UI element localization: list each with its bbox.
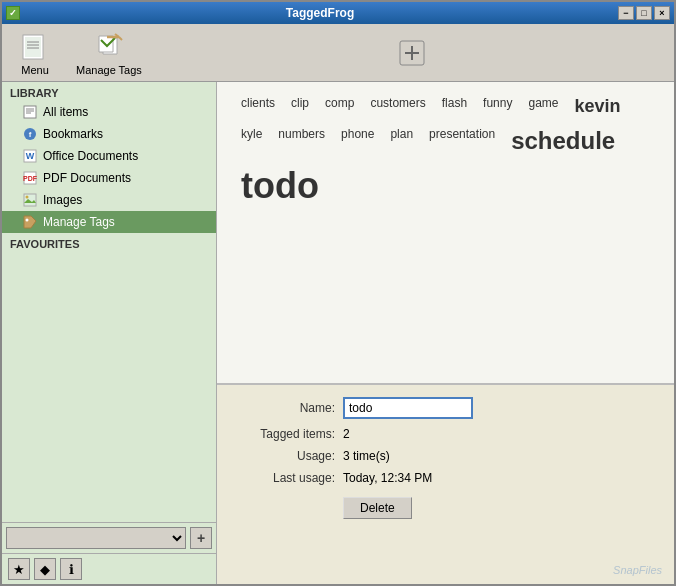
content-area: clientsclipcompcustomersflashfunnygameke… <box>217 82 674 584</box>
sidebar-item-bookmarks[interactable]: f Bookmarks <box>2 123 216 145</box>
svg-line-7 <box>119 37 122 40</box>
title-bar: ✓ TaggedFrog − □ × <box>2 2 674 24</box>
name-row: Name: <box>233 397 658 419</box>
tagged-items-label: Tagged items: <box>233 427 343 441</box>
tag-icon <box>22 214 38 230</box>
manage-tags-sidebar-label: Manage Tags <box>43 215 115 229</box>
menu-icon <box>19 30 51 62</box>
toolbar: Menu Manage Tags <box>2 24 674 82</box>
pdf-docs-label: PDF Documents <box>43 171 131 185</box>
word-icon: W <box>22 148 38 164</box>
sidebar-stars: ★ ◆ ℹ <box>2 553 216 584</box>
main-area: LIBRARY All items f <box>2 82 674 584</box>
tag-comp[interactable]: comp <box>317 94 362 119</box>
close-button[interactable]: × <box>654 6 670 20</box>
last-usage-row: Last usage: Today, 12:34 PM <box>233 471 658 485</box>
image-icon <box>22 192 38 208</box>
tag-game[interactable]: game <box>520 94 566 119</box>
office-docs-label: Office Documents <box>43 149 138 163</box>
sidebar-item-images[interactable]: Images <box>2 189 216 211</box>
all-items-label: All items <box>43 105 88 119</box>
maximize-button[interactable]: □ <box>636 6 652 20</box>
last-usage-value: Today, 12:34 PM <box>343 471 432 485</box>
svg-point-22 <box>26 196 29 199</box>
tag-customers[interactable]: customers <box>362 94 433 119</box>
detail-panel: Name: Tagged items: 2 Usage: 3 time(s) L… <box>217 384 674 584</box>
tag-phone[interactable]: phone <box>333 125 382 157</box>
usage-row: Usage: 3 time(s) <box>233 449 658 463</box>
svg-text:PDF: PDF <box>23 175 37 182</box>
manage-tags-label: Manage Tags <box>76 64 142 76</box>
name-label: Name: <box>233 401 343 415</box>
favourites-section-label: FAVOURITES <box>2 233 216 252</box>
tag-clients[interactable]: clients <box>233 94 283 119</box>
sidebar-item-office-docs[interactable]: W Office Documents <box>2 145 216 167</box>
menu-label: Menu <box>21 64 49 76</box>
bookmarks-label: Bookmarks <box>43 127 103 141</box>
minimize-button[interactable]: − <box>618 6 634 20</box>
images-label: Images <box>43 193 82 207</box>
tag-funny[interactable]: funny <box>475 94 520 119</box>
svg-text:W: W <box>26 151 35 161</box>
pdf-icon: PDF <box>22 170 38 186</box>
bookmark-icon: f <box>22 126 38 142</box>
menu-button[interactable]: Menu <box>10 30 60 76</box>
star-button[interactable]: ★ <box>8 558 30 580</box>
tag-numbers[interactable]: numbers <box>270 125 333 157</box>
sidebar-item-manage-tags[interactable]: Manage Tags <box>2 211 216 233</box>
name-input[interactable] <box>343 397 473 419</box>
tag-clip[interactable]: clip <box>283 94 317 119</box>
tagged-items-row: Tagged items: 2 <box>233 427 658 441</box>
svg-rect-1 <box>25 37 41 57</box>
window-title: TaggedFrog <box>22 6 618 20</box>
tags-cloud: clientsclipcompcustomersflashfunnygameke… <box>217 82 674 384</box>
library-section-label: LIBRARY <box>2 82 216 101</box>
tag-plan[interactable]: plan <box>382 125 421 157</box>
file-icon <box>22 104 38 120</box>
tag-presentation[interactable]: presentation <box>421 125 503 157</box>
watermark: SnapFiles <box>613 564 662 576</box>
info-button[interactable]: ℹ <box>60 558 82 580</box>
sidebar-bottom: + <box>2 522 216 553</box>
diamond-button[interactable]: ◆ <box>34 558 56 580</box>
usage-label: Usage: <box>233 449 343 463</box>
app-window: ✓ TaggedFrog − □ × Menu <box>0 0 676 586</box>
add-icon <box>396 37 428 69</box>
svg-rect-11 <box>24 106 36 118</box>
svg-text:f: f <box>29 130 32 139</box>
manage-tags-icon <box>93 30 125 62</box>
tag-kyle[interactable]: kyle <box>233 125 270 157</box>
last-usage-label: Last usage: <box>233 471 343 485</box>
sidebar-dropdown[interactable] <box>6 527 186 549</box>
tag-todo[interactable]: todo <box>233 163 327 209</box>
add-button[interactable] <box>387 37 437 69</box>
tag-schedule[interactable]: schedule <box>503 125 623 157</box>
sidebar-item-all-items[interactable]: All items <box>2 101 216 123</box>
svg-point-23 <box>26 219 29 222</box>
tagged-items-value: 2 <box>343 427 350 441</box>
delete-button[interactable]: Delete <box>343 497 412 519</box>
delete-row: Delete <box>233 493 658 519</box>
window-controls: − □ × <box>618 6 674 20</box>
svg-rect-21 <box>24 194 36 206</box>
sidebar-add-button[interactable]: + <box>190 527 212 549</box>
tag-kevin[interactable]: kevin <box>566 94 628 119</box>
usage-value: 3 time(s) <box>343 449 390 463</box>
sidebar-item-pdf-docs[interactable]: PDF PDF Documents <box>2 167 216 189</box>
manage-tags-button[interactable]: Manage Tags <box>76 30 142 76</box>
tag-flash[interactable]: flash <box>434 94 475 119</box>
sidebar: LIBRARY All items f <box>2 82 217 584</box>
